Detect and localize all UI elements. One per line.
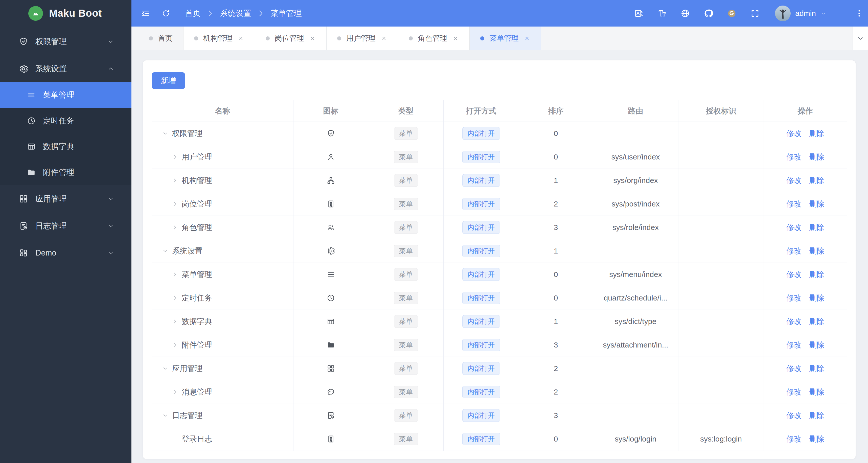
edit-link[interactable]: 修改 [786, 129, 802, 137]
breadcrumb-item[interactable]: 系统设置 [220, 8, 251, 19]
expand-arrow-icon[interactable] [172, 342, 178, 348]
edit-link[interactable]: 修改 [786, 364, 802, 373]
sidebar-item-system[interactable]: 系统设置 [0, 55, 131, 82]
tab-user[interactable]: 用户管理 [327, 27, 398, 50]
edit-link[interactable]: 修改 [786, 199, 802, 208]
delete-link[interactable]: 删除 [809, 247, 824, 255]
sidebar-item-app[interactable]: 应用管理 [0, 185, 131, 212]
topbar-left: 首页系统设置菜单管理 [131, 8, 302, 19]
edit-link[interactable]: 修改 [786, 223, 802, 232]
tab-org[interactable]: 机构管理 [184, 27, 255, 50]
collapse-arrow-icon[interactable] [162, 412, 168, 419]
collapse-arrow-icon[interactable] [162, 248, 168, 254]
cell-open-style: 内部打开 [444, 333, 519, 357]
sidebar-item-perm[interactable]: 权限管理 [0, 28, 131, 55]
cell-actions: 修改删除 [764, 404, 847, 427]
tab-close-icon[interactable] [524, 35, 530, 42]
edit-link[interactable]: 修改 [786, 317, 802, 326]
edit-link[interactable]: 修改 [786, 341, 802, 349]
type-tag: 菜单 [394, 151, 418, 163]
delete-link[interactable]: 删除 [809, 153, 824, 161]
add-button[interactable]: 新增 [152, 72, 185, 89]
expand-arrow-icon[interactable] [172, 177, 178, 184]
edit-link[interactable]: 修改 [786, 388, 802, 396]
delete-link[interactable]: 删除 [809, 294, 824, 302]
delete-link[interactable]: 删除 [809, 317, 824, 326]
tab-dropdown-button[interactable] [852, 27, 868, 50]
cell-type: 菜单 [368, 122, 444, 145]
sidebar-item-log[interactable]: 日志管理 [0, 212, 131, 239]
sidebar-subitem-dict[interactable]: 数据字典 [0, 134, 131, 159]
tab-close-icon[interactable] [309, 35, 316, 42]
github-icon[interactable] [704, 9, 713, 18]
translate-icon[interactable] [634, 9, 644, 18]
edit-link[interactable]: 修改 [786, 294, 802, 302]
avatar[interactable] [775, 5, 790, 21]
delete-link[interactable]: 删除 [809, 129, 824, 137]
delete-link[interactable]: 删除 [809, 199, 824, 208]
expand-arrow-icon[interactable] [172, 271, 178, 278]
expand-arrow-icon[interactable] [172, 154, 178, 160]
delete-link[interactable]: 删除 [809, 223, 824, 232]
gitee-icon[interactable] [727, 9, 737, 18]
cell-name: 权限管理 [152, 122, 293, 145]
breadcrumb-item[interactable]: 首页 [185, 8, 201, 19]
tab-menu[interactable]: 菜单管理 [470, 27, 541, 50]
delete-link[interactable]: 删除 [809, 176, 824, 185]
cell-sort: 3 [519, 216, 593, 239]
menu-name: 数据字典 [182, 316, 212, 327]
cell-route: sys/attachment/in... [593, 333, 678, 357]
delete-link[interactable]: 删除 [809, 388, 824, 396]
edit-link[interactable]: 修改 [786, 270, 802, 278]
refresh-icon[interactable] [161, 9, 170, 18]
cell-auth [678, 122, 764, 145]
cell-route [593, 239, 678, 263]
cell-auth [678, 333, 764, 357]
expand-arrow-icon[interactable] [172, 224, 178, 231]
expand-arrow-icon[interactable] [172, 389, 178, 395]
name-wrap: 机构管理 [152, 175, 293, 186]
collapse-arrow-icon[interactable] [162, 130, 168, 137]
tab-home[interactable]: 首页 [138, 27, 184, 50]
table-row: 机构管理菜单内部打开1sys/org/index修改删除 [152, 169, 847, 192]
kebab-menu-icon[interactable] [855, 9, 863, 18]
tab-close-icon[interactable] [381, 35, 387, 42]
sidebar-subitem-schedule[interactable]: 定时任务 [0, 108, 131, 134]
menu-fold-icon[interactable] [141, 8, 151, 19]
sidebar-item-demo[interactable]: Demo [0, 239, 131, 266]
tab-close-icon[interactable] [452, 35, 459, 42]
edit-link[interactable]: 修改 [786, 411, 802, 420]
delete-link[interactable]: 删除 [809, 270, 824, 278]
menu-card: 新增 名称图标类型打开方式排序路由授权标识操作 权限管理菜单内部打开0修改删除用… [143, 60, 856, 459]
globe-icon[interactable] [680, 9, 690, 18]
delete-link[interactable]: 删除 [809, 411, 824, 420]
open-style-tag: 内部打开 [462, 409, 500, 422]
tab-close-icon[interactable] [238, 35, 244, 42]
edit-link[interactable]: 修改 [786, 247, 802, 255]
collapse-arrow-icon[interactable] [162, 365, 168, 372]
expand-arrow-icon[interactable] [172, 201, 178, 207]
sidebar-subitem-attachment[interactable]: 附件管理 [0, 159, 131, 185]
edit-link[interactable]: 修改 [786, 153, 802, 161]
cell-open-style: 内部打开 [444, 404, 519, 427]
font-size-icon[interactable] [657, 9, 667, 18]
user-menu[interactable]: admin [775, 5, 827, 21]
expand-arrow-icon[interactable] [172, 295, 178, 301]
delete-link[interactable]: 删除 [809, 435, 824, 443]
tab-post[interactable]: 岗位管理 [255, 27, 327, 50]
edit-link[interactable]: 修改 [786, 435, 802, 443]
cell-route [593, 380, 678, 404]
fullscreen-icon[interactable] [750, 9, 760, 18]
edit-link[interactable]: 修改 [786, 176, 802, 185]
tab-dot [409, 36, 413, 40]
chevron-down-icon [107, 195, 114, 203]
cell-name: 用户管理 [152, 145, 293, 169]
sidebar-subitem-menu[interactable]: 菜单管理 [0, 82, 131, 108]
delete-link[interactable]: 删除 [809, 364, 824, 373]
expand-arrow-icon[interactable] [172, 318, 178, 325]
cell-open-style: 内部打开 [444, 357, 519, 380]
tab-role[interactable]: 角色管理 [398, 27, 470, 50]
delete-link[interactable]: 删除 [809, 341, 824, 349]
name-wrap: 岗位管理 [152, 199, 293, 209]
tab-dot [149, 36, 153, 40]
